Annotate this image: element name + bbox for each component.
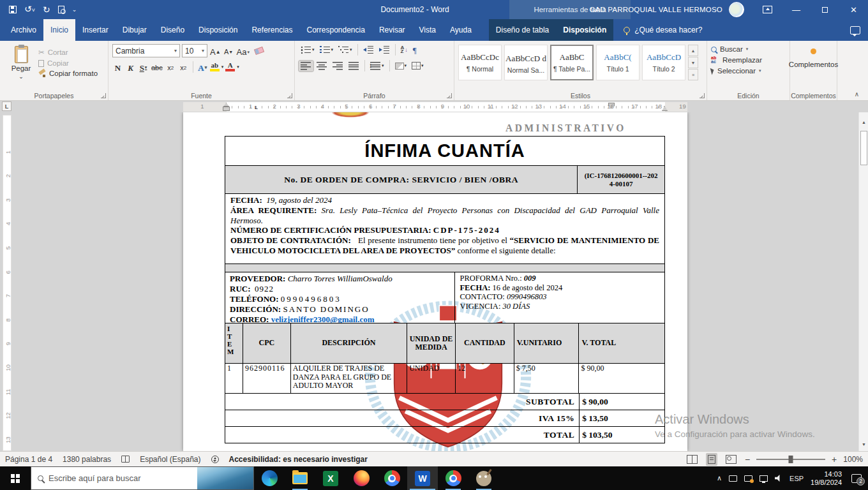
tab-archivo[interactable]: Archivo <box>4 19 43 41</box>
web-layout-button[interactable] <box>724 453 738 466</box>
font-dialog-launcher-icon[interactable] <box>287 93 292 98</box>
zoom-in-button[interactable]: + <box>832 454 837 464</box>
collapse-ribbon-icon[interactable]: ∧ <box>855 91 859 98</box>
purchase-order-table[interactable]: ÍNFIMA CUANTÍA No. DE ORDEN DE COMPRA: S… <box>225 136 665 443</box>
zoom-out-button[interactable]: − <box>745 454 750 464</box>
volume-icon[interactable] <box>775 475 782 482</box>
superscript-button[interactable]: x2 <box>178 61 189 73</box>
account-name[interactable]: GAD PARROQUIAL VALLE HERMOSO <box>589 6 722 13</box>
zoom-slider[interactable] <box>756 459 825 460</box>
tab-disposicion[interactable]: Disposición <box>191 19 244 41</box>
align-left-button[interactable] <box>299 61 313 71</box>
italic-button[interactable]: K <box>125 61 136 73</box>
multilevel-list-button[interactable]: ▾ <box>336 45 354 56</box>
avatar[interactable] <box>729 2 744 17</box>
print-preview-icon[interactable] <box>58 6 64 13</box>
styles-scroll-down-icon[interactable]: ▼ <box>688 57 698 68</box>
copy-button[interactable]: Copiar <box>38 59 98 67</box>
addins-label[interactable]: Complementos <box>789 61 838 68</box>
text-effects-button[interactable]: A▾ <box>197 61 208 73</box>
grow-font-button[interactable]: A▲ <box>209 45 221 57</box>
hidden-icons-chevron[interactable]: ∧ <box>717 474 722 482</box>
tab-referencias[interactable]: Referencias <box>244 19 299 41</box>
scrollbar-thumb[interactable] <box>860 131 867 165</box>
tab-inicio[interactable]: Inicio <box>43 19 75 41</box>
style-card-normal-sa[interactable]: AaBbCcD dE Normal Sa... <box>504 45 548 80</box>
file-explorer-icon[interactable] <box>285 466 315 490</box>
print-layout-button[interactable] <box>706 453 717 466</box>
show-marks-button[interactable]: ¶ <box>411 45 419 56</box>
line-spacing-button[interactable]: ▾ <box>368 61 386 71</box>
page-indicator[interactable]: Página 1 de 4 <box>5 455 52 464</box>
zoom-slider-thumb[interactable] <box>789 456 793 463</box>
style-card-titulo-1[interactable]: AaBbC( Título 1 <box>596 45 640 80</box>
paragraph-dialog-launcher-icon[interactable] <box>447 93 452 98</box>
horizontal-ruler[interactable]: L 112345678910111213141516171819 <box>183 102 687 112</box>
numbering-button[interactable]: ▾ <box>318 45 336 56</box>
tab-disposicion-tabla[interactable]: Disposición <box>556 19 613 41</box>
select-button[interactable]: Seleccionar▾ <box>711 67 786 75</box>
align-center-button[interactable] <box>315 61 329 71</box>
firefox-icon[interactable] <box>346 466 377 490</box>
chrome-icon[interactable] <box>377 466 407 490</box>
language-indicator[interactable]: Español (España) <box>140 455 200 464</box>
sort-button[interactable]: AZ↓ <box>399 45 410 56</box>
minimize-button[interactable]: — <box>782 0 811 19</box>
accessibility-status[interactable]: Accesibilidad: es necesario investigar <box>229 455 368 464</box>
zoom-level[interactable]: 100% <box>843 455 863 464</box>
align-right-button[interactable] <box>331 61 345 71</box>
tab-diseno[interactable]: Diseño <box>154 19 191 41</box>
feedback-icon[interactable] <box>850 26 860 34</box>
style-card-table-paragraph[interactable]: AaBbC ¶ Table Pa... <box>550 45 594 80</box>
decrease-indent-button[interactable] <box>361 45 376 56</box>
taskbar-search-input[interactable]: Escribe aquí para buscar <box>31 466 254 490</box>
styles-gallery-scrollbar[interactable]: ▲ ▼ ≡ <box>688 45 698 90</box>
style-card-titulo-2[interactable]: AaBbCcD Título 2 <box>642 45 685 80</box>
start-button[interactable] <box>0 466 31 490</box>
ribbon-display-options-button[interactable] <box>753 0 782 19</box>
tab-insertar[interactable]: Insertar <box>75 19 116 41</box>
subscript-button[interactable]: x2 <box>165 61 176 73</box>
close-button[interactable]: ✕ <box>839 0 868 19</box>
vertical-scrollbar[interactable]: ▲ ▼ <box>858 112 868 451</box>
scroll-up-icon[interactable]: ▲ <box>860 117 868 126</box>
tab-revisar[interactable]: Revisar <box>372 19 412 41</box>
customize-qat-icon[interactable]: ⌄ <box>72 6 77 13</box>
tab-diseno-de-tabla[interactable]: Diseño de tabla <box>489 19 556 41</box>
tablet-mode-icon[interactable] <box>729 475 737 482</box>
tab-vista[interactable]: Vista <box>412 19 443 41</box>
cut-button[interactable]: ✂Cortar <box>38 48 98 57</box>
styles-more-icon[interactable]: ≡ <box>688 69 698 80</box>
tab-selector[interactable]: L <box>2 101 11 111</box>
display-icon[interactable] <box>744 475 752 482</box>
tell-me-box[interactable]: ¿Qué desea hacer? <box>624 19 702 41</box>
clock[interactable]: 14:03 19/8/2024 <box>811 470 842 487</box>
find-button[interactable]: Buscar▾ <box>711 45 786 53</box>
clipboard-dialog-launcher-icon[interactable] <box>101 93 106 98</box>
addins-icon[interactable] <box>811 48 816 54</box>
notification-center-icon[interactable]: 2 <box>851 474 862 483</box>
tab-ayuda[interactable]: Ayuda <box>443 19 479 41</box>
scroll-down-icon[interactable]: ▼ <box>860 440 868 449</box>
restore-button[interactable] <box>811 0 839 19</box>
underline-button[interactable]: S▾ <box>138 61 149 73</box>
increase-indent-button[interactable] <box>377 45 392 56</box>
tab-correspondencia[interactable]: Correspondencia <box>299 19 371 41</box>
network-icon[interactable] <box>760 475 768 482</box>
tab-stop-marker[interactable]: L <box>255 105 258 110</box>
font-name-combobox[interactable]: Cambria▾ <box>112 44 180 57</box>
left-indent-marker[interactable] <box>223 107 230 111</box>
paste-button[interactable]: Pegar ⌄ <box>4 44 38 90</box>
font-size-combobox[interactable]: 10▾ <box>182 44 207 57</box>
read-mode-button[interactable] <box>685 453 700 466</box>
paste-dropdown-icon[interactable]: ⌄ <box>19 73 24 80</box>
edge-icon[interactable] <box>254 466 285 490</box>
highlight-button[interactable]: ab <box>210 62 220 71</box>
replace-button[interactable]: abacReemplazar <box>711 56 786 64</box>
vertical-ruler[interactable]: 12345678910111213 <box>3 115 11 451</box>
format-painter-button[interactable]: Copiar formato <box>38 70 98 77</box>
redo-icon[interactable]: ↻ <box>43 5 50 14</box>
bullets-button[interactable]: ▾ <box>299 45 317 56</box>
clear-formatting-icon[interactable] <box>254 47 264 55</box>
proofing-icon[interactable] <box>121 456 130 463</box>
